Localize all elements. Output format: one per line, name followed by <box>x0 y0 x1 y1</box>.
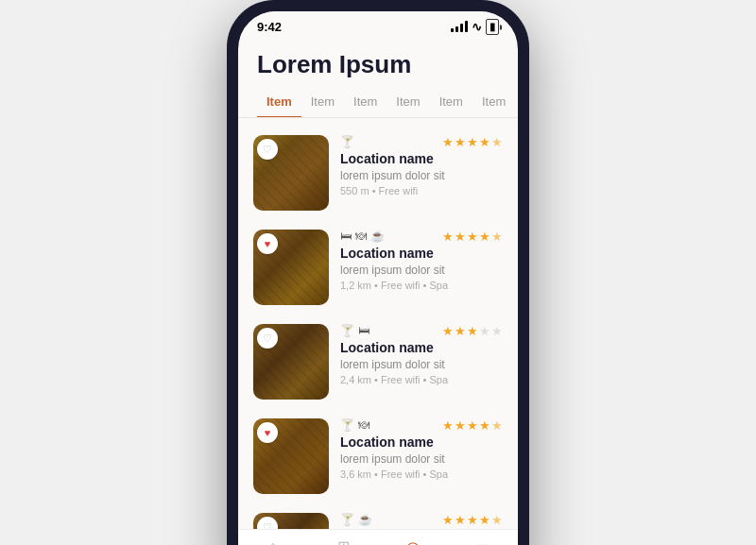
tabs-container: Item Item Item Item Item Item <box>238 87 518 118</box>
location-description: lorem ipsum dolor sit <box>340 358 503 371</box>
tab-item-2[interactable]: Item <box>344 87 387 118</box>
nav-item-home[interactable]: ⌂ Home <box>238 537 308 545</box>
star-rating: ★ ★ ★ ★ ★ <box>442 230 503 244</box>
star-2: ★ <box>455 324 466 338</box>
card-image-wrapper: ♡ <box>253 135 329 211</box>
coffee-icon: ☕ <box>358 513 372 526</box>
phone-screen: 9:42 ∿ ▮ <box>238 11 518 545</box>
location-meta: 3,6 km • Free wifi • Spa <box>340 468 503 480</box>
drinks-icon: 🍸 <box>340 418 354 432</box>
star-1: ★ <box>442 324 454 338</box>
card-image-wrapper: ♡ <box>253 324 329 400</box>
heart-button[interactable]: ♡ <box>257 139 278 160</box>
tab-item-3[interactable]: Item <box>387 87 429 118</box>
card-info: 🛏 🍽 ☕ ★ ★ ★ ★ ★ <box>340 230 503 291</box>
location-name: Location name <box>340 434 503 450</box>
star-2: ★ <box>455 513 466 527</box>
home-icon: ⌂ <box>268 537 279 545</box>
card-image-wrapper: ♡ <box>253 513 329 529</box>
star-2: ★ <box>455 418 466 433</box>
card-category-icons: 🍸 <box>340 135 354 148</box>
star-4: ★ <box>479 135 490 149</box>
star-4: ★ <box>479 324 490 338</box>
star-1: ★ <box>442 513 454 527</box>
star-5: ★ <box>491 230 503 244</box>
star-5: ★ <box>491 135 503 149</box>
bottom-nav: ⌂ Home ⊞ Events ◎ Locations ▭ Guides <box>238 529 518 545</box>
food-icon: 🍽 <box>358 418 369 432</box>
tab-item-0[interactable]: Item <box>257 87 301 118</box>
star-rating: ★ ★ ★ ★ ★ <box>442 324 503 338</box>
tab-item-1[interactable]: Item <box>301 87 344 118</box>
guides-icon: ▭ <box>476 537 490 545</box>
nav-item-events[interactable]: ⊞ Events <box>308 537 378 545</box>
star-1: ★ <box>442 418 454 433</box>
star-rating: ★ ★ ★ ★ ★ <box>442 513 503 527</box>
location-meta: 2,4 km • Free wifi • Spa <box>340 374 503 385</box>
star-1: ★ <box>442 230 454 244</box>
heart-button[interactable]: ♥ <box>257 422 278 443</box>
star-5: ★ <box>491 513 503 527</box>
star-4: ★ <box>479 418 490 433</box>
coffee-icon: ☕ <box>370 230 385 243</box>
screen-content: Lorem Ipsum Item Item Item Item Item Ite… <box>238 39 518 545</box>
battery-icon: ▮ <box>486 19 499 35</box>
card-image-wrapper: ♥ <box>253 418 329 494</box>
location-name: Location name <box>340 151 503 166</box>
star-rating: ★ ★ ★ ★ ★ <box>442 418 503 433</box>
tab-item-5[interactable]: Item <box>472 87 515 118</box>
card-header: 🛏 🍽 ☕ ★ ★ ★ ★ ★ <box>340 230 503 244</box>
star-3: ★ <box>467 418 478 433</box>
bed-icon: 🛏 <box>358 324 369 337</box>
tab-item-4[interactable]: Item <box>430 87 472 118</box>
star-5: ★ <box>491 418 503 433</box>
locations-icon: ◎ <box>405 537 421 545</box>
status-time: 9:42 <box>257 20 282 34</box>
list-item: ♥ 🍸 🍽 ★ ★ ★ ★ <box>238 409 518 503</box>
star-3: ★ <box>467 513 478 527</box>
star-5: ★ <box>491 324 503 338</box>
drinks-icon: 🍸 <box>340 513 354 526</box>
drinks-icon: 🍸 <box>340 324 354 337</box>
star-4: ★ <box>479 230 490 244</box>
list-item: ♥ 🛏 🍽 ☕ ★ ★ ★ <box>238 220 518 315</box>
card-info: 🍸 ★ ★ ★ ★ ★ Location name lorem ipsum <box>340 135 503 196</box>
heart-button[interactable]: ♥ <box>257 233 278 254</box>
location-meta: 1,2 km • Free wifi • Spa <box>340 280 503 291</box>
star-3: ★ <box>467 135 478 149</box>
wifi-icon: ∿ <box>472 20 482 34</box>
drinks-icon: 🍸 <box>340 135 354 148</box>
bed-icon: 🛏 <box>340 230 352 243</box>
location-meta: 550 m • Free wifi <box>340 185 503 196</box>
star-1: ★ <box>442 135 454 149</box>
location-name: Location name <box>340 340 503 355</box>
card-info: 🍸 🛏 ★ ★ ★ ★ ★ Location name <box>340 324 503 385</box>
location-name: Location name <box>340 246 503 261</box>
nav-item-guides[interactable]: ▭ Guides <box>448 537 518 545</box>
card-info: 🍸 🍽 ★ ★ ★ ★ ★ Location name <box>340 418 503 480</box>
star-3: ★ <box>467 324 478 338</box>
card-header: 🍸 🍽 ★ ★ ★ ★ ★ <box>340 418 503 433</box>
card-category-icons: 🍸 🍽 <box>340 418 369 432</box>
star-4: ★ <box>479 513 490 527</box>
signal-icon <box>450 21 468 34</box>
list-item: ♡ 🍸 🛏 ★ ★ ★ ★ <box>238 315 518 409</box>
list-item: ♡ 🍸 ★ ★ ★ ★ ★ <box>238 126 518 220</box>
card-header: 🍸 ☕ ★ ★ ★ ★ ★ <box>340 513 503 527</box>
list-item: ♡ 🍸 ☕ ★ ★ ★ ★ <box>238 503 518 529</box>
location-description: lorem ipsum dolor sit <box>340 452 503 466</box>
food-icon: 🍽 <box>355 230 367 243</box>
star-3: ★ <box>467 230 478 244</box>
events-icon: ⊞ <box>337 537 350 545</box>
card-category-icons: 🍸 🛏 <box>340 324 369 337</box>
card-image-wrapper: ♥ <box>253 230 329 305</box>
location-list: ♡ 🍸 ★ ★ ★ ★ ★ <box>238 118 518 529</box>
heart-button[interactable]: ♡ <box>257 328 278 349</box>
card-category-icons: 🛏 🍽 ☕ <box>340 230 385 243</box>
star-2: ★ <box>455 230 466 244</box>
nav-item-locations[interactable]: ◎ Locations <box>378 537 448 545</box>
card-header: 🍸 ★ ★ ★ ★ ★ <box>340 135 503 149</box>
star-rating: ★ ★ ★ ★ ★ <box>442 135 503 149</box>
card-category-icons: 🍸 ☕ <box>340 513 372 526</box>
phone-frame: 9:42 ∿ ▮ <box>227 0 529 545</box>
